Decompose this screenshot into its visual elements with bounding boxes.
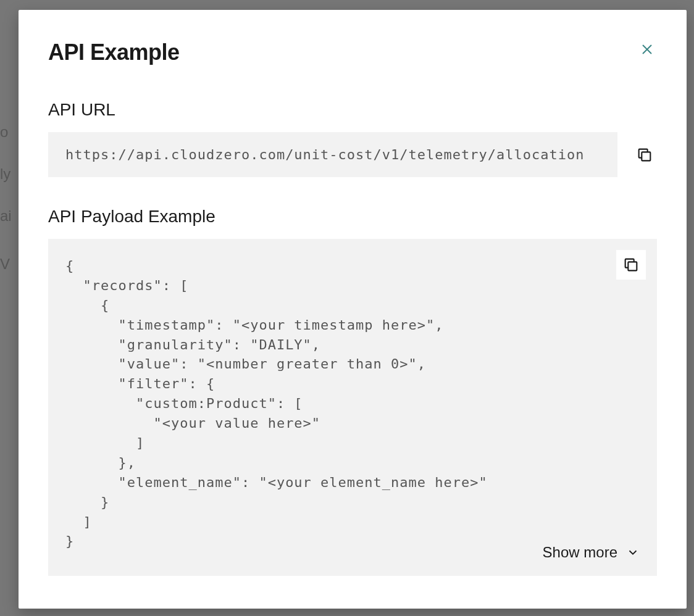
chevron-down-icon [626, 546, 640, 559]
show-more-label: Show more [543, 544, 617, 561]
background-fragment: ai [0, 207, 12, 225]
copy-icon [622, 256, 640, 273]
background-fragment: ly [0, 165, 10, 183]
show-more-button[interactable]: Show more [543, 544, 640, 561]
close-button[interactable] [637, 40, 657, 59]
copy-url-button[interactable] [632, 143, 657, 167]
api-payload-section: API Payload Example { "records": [ { "ti… [48, 207, 657, 576]
api-payload-box: { "records": [ { "timestamp": "<your tim… [48, 239, 657, 576]
modal-title: API Example [48, 40, 180, 65]
api-url-label: API URL [48, 100, 657, 120]
background-fragment: o [0, 123, 8, 141]
close-icon [640, 42, 654, 57]
modal-header: API Example [48, 40, 657, 65]
api-payload-code: { "records": [ { "timestamp": "<your tim… [65, 256, 640, 551]
copy-icon [636, 146, 653, 164]
svg-rect-2 [642, 152, 650, 160]
background-fragment: V [0, 256, 10, 273]
api-url-value: https://api.cloudzero.com/unit-cost/v1/t… [48, 132, 617, 177]
api-example-modal: API Example API URL https://api.cloudzer… [19, 10, 687, 609]
svg-rect-3 [628, 262, 637, 270]
api-url-row: https://api.cloudzero.com/unit-cost/v1/t… [48, 132, 657, 177]
copy-payload-button[interactable] [616, 250, 646, 280]
api-payload-label: API Payload Example [48, 207, 657, 227]
api-url-section: API URL https://api.cloudzero.com/unit-c… [48, 100, 657, 207]
